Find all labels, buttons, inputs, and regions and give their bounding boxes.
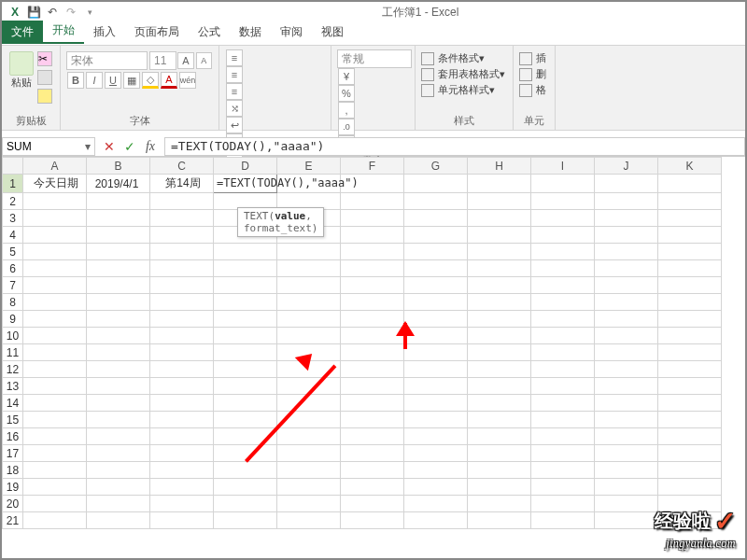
save-icon[interactable]: 💾: [26, 5, 41, 20]
cell-J8[interactable]: [595, 294, 658, 311]
cancel-button[interactable]: ✕: [99, 137, 120, 156]
cell-B17[interactable]: [87, 445, 150, 462]
cell-B3[interactable]: [87, 210, 150, 227]
cell-K15[interactable]: [658, 412, 722, 428]
fx-button[interactable]: fx: [140, 137, 161, 156]
cell-D8[interactable]: [214, 294, 277, 311]
tab-view[interactable]: 视图: [312, 21, 353, 44]
cell-G15[interactable]: [404, 412, 468, 428]
cell-D21[interactable]: [214, 512, 277, 529]
cell-C1[interactable]: 第14周: [150, 175, 214, 193]
row-9[interactable]: 9: [3, 311, 23, 328]
cell-J5[interactable]: [595, 244, 658, 260]
cell-C4[interactable]: [150, 227, 214, 244]
cell-A3[interactable]: [23, 210, 87, 227]
delete-button[interactable]: 删: [519, 67, 549, 81]
cell-I17[interactable]: [531, 445, 595, 462]
comma-icon[interactable]: ,: [338, 102, 355, 119]
format-painter-icon[interactable]: [37, 89, 52, 104]
cell-B6[interactable]: [87, 260, 150, 277]
cell-C17[interactable]: [150, 445, 214, 462]
cell-B12[interactable]: [87, 361, 150, 378]
cell-D6[interactable]: [214, 260, 277, 277]
col-H[interactable]: H: [468, 158, 531, 175]
cell-G5[interactable]: [404, 244, 468, 260]
cell-F6[interactable]: [341, 260, 404, 277]
border-button[interactable]: ▦: [123, 72, 140, 89]
enter-button[interactable]: ✓: [120, 137, 140, 156]
cell-I3[interactable]: [531, 210, 595, 227]
cell-H12[interactable]: [468, 361, 531, 378]
cell-C14[interactable]: [150, 395, 214, 412]
cond-format-button[interactable]: 条件格式 ▾: [421, 51, 507, 65]
cell-I1[interactable]: [531, 175, 595, 193]
row-4[interactable]: 4: [3, 227, 23, 244]
row-11[interactable]: 11: [3, 344, 23, 361]
cell-B20[interactable]: [87, 496, 150, 512]
cell-F18[interactable]: [341, 462, 404, 479]
tab-layout[interactable]: 页面布局: [125, 21, 189, 44]
cell-I8[interactable]: [531, 294, 595, 311]
cell-B19[interactable]: [87, 479, 150, 496]
cell-G11[interactable]: [404, 344, 468, 361]
currency-icon[interactable]: ¥: [338, 68, 355, 85]
cell-F16[interactable]: [341, 428, 404, 445]
cell-H13[interactable]: [468, 378, 531, 395]
cell-G12[interactable]: [404, 361, 468, 378]
cell-G8[interactable]: [404, 294, 468, 311]
cell-B5[interactable]: [87, 244, 150, 260]
col-B[interactable]: B: [87, 158, 150, 175]
cell-B18[interactable]: [87, 462, 150, 479]
qat-dropdown-icon[interactable]: ▾: [82, 5, 97, 20]
cell-I7[interactable]: [531, 277, 595, 294]
cell-A10[interactable]: [23, 328, 87, 344]
cell-F13[interactable]: [341, 378, 404, 395]
cell-K6[interactable]: [658, 260, 722, 277]
cell-J14[interactable]: [595, 395, 658, 412]
select-all-corner[interactable]: [3, 158, 23, 175]
cell-B4[interactable]: [87, 227, 150, 244]
row-6[interactable]: 6: [3, 260, 23, 277]
cell-J13[interactable]: [595, 378, 658, 395]
cell-E10[interactable]: [277, 328, 341, 344]
cell-A16[interactable]: [23, 428, 87, 445]
cell-J15[interactable]: [595, 412, 658, 428]
cell-G1[interactable]: [404, 175, 468, 193]
spreadsheet-grid[interactable]: A B C D E F G H I J K 1 今天日期 2019/4/1 第1…: [2, 157, 745, 547]
cell-F21[interactable]: [341, 512, 404, 529]
row-8[interactable]: 8: [3, 294, 23, 311]
cell-C9[interactable]: [150, 311, 214, 328]
col-F[interactable]: F: [341, 158, 404, 175]
cell-F11[interactable]: [341, 344, 404, 361]
cell-J20[interactable]: [595, 496, 658, 512]
cell-B2[interactable]: [87, 193, 150, 210]
cell-A9[interactable]: [23, 311, 87, 328]
cell-F15[interactable]: [341, 412, 404, 428]
cell-H3[interactable]: [468, 210, 531, 227]
cell-B16[interactable]: [87, 428, 150, 445]
cell-F9[interactable]: [341, 311, 404, 328]
cell-K5[interactable]: [658, 244, 722, 260]
cell-A21[interactable]: [23, 512, 87, 529]
cell-A19[interactable]: [23, 479, 87, 496]
cell-A2[interactable]: [23, 193, 87, 210]
col-A[interactable]: A: [23, 158, 87, 175]
cell-J3[interactable]: [595, 210, 658, 227]
cell-A5[interactable]: [23, 244, 87, 260]
cell-F4[interactable]: [341, 227, 404, 244]
phonetic-button[interactable]: wén: [179, 72, 196, 89]
cell-H9[interactable]: [468, 311, 531, 328]
cell-J16[interactable]: [595, 428, 658, 445]
cell-A6[interactable]: [23, 260, 87, 277]
cell-A11[interactable]: [23, 344, 87, 361]
formula-input[interactable]: =TEXT(TODAY(),"aaaa"): [164, 137, 745, 156]
cell-E9[interactable]: [277, 311, 341, 328]
cell-G4[interactable]: [404, 227, 468, 244]
cell-J10[interactable]: [595, 328, 658, 344]
fill-color-button[interactable]: ◇: [142, 72, 159, 89]
insert-button[interactable]: 插: [519, 51, 549, 65]
cell-B9[interactable]: [87, 311, 150, 328]
cell-G18[interactable]: [404, 462, 468, 479]
underline-button[interactable]: U: [105, 72, 121, 89]
row-17[interactable]: 17: [3, 445, 23, 462]
